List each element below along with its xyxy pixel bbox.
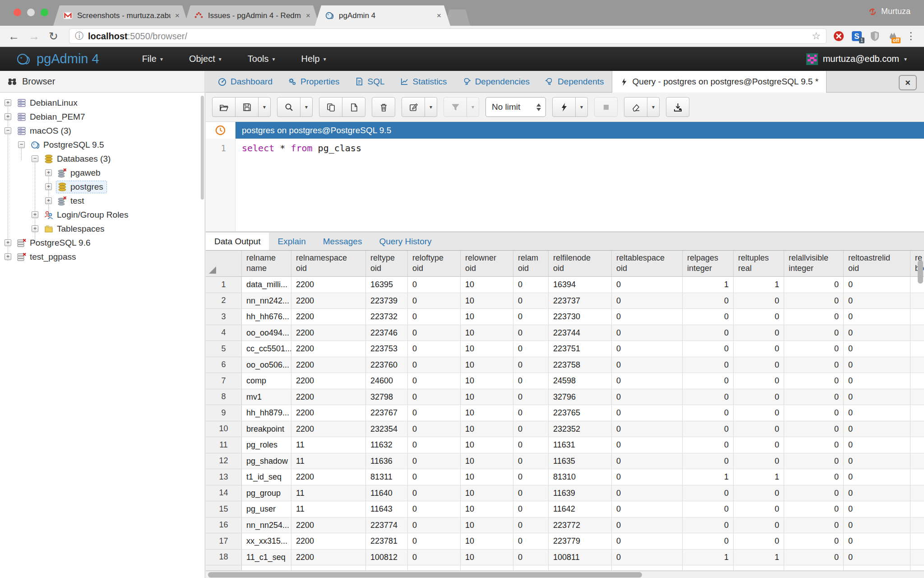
cell-relowner[interactable]: 10 — [461, 373, 513, 389]
cell-relnamespace[interactable]: 2200 — [291, 469, 366, 485]
cell-relpages[interactable]: 0 — [683, 325, 734, 341]
off-extension-icon[interactable]: off — [887, 30, 899, 42]
cell-relam[interactable]: 0 — [513, 373, 549, 389]
cell-relpages[interactable]: 0 — [683, 405, 734, 421]
tab-data-output[interactable]: Data Output — [206, 233, 269, 250]
tree-item-debianlinux[interactable]: +DebianLinux — [0, 96, 205, 110]
cell-relfilenode[interactable]: 11635 — [549, 453, 612, 470]
expand-icon[interactable]: + — [45, 197, 52, 204]
cell-reltablespace[interactable]: 0 — [612, 373, 683, 389]
row-number-cell[interactable]: 16 — [206, 517, 242, 534]
cell-relfilenode[interactable]: 223737 — [549, 293, 612, 309]
tree-item-pgaweb[interactable]: +pgaweb — [0, 166, 205, 180]
cell-relfilenode[interactable]: 81310 — [549, 469, 612, 485]
cell-relallvisible[interactable]: 0 — [784, 437, 844, 453]
clear-button[interactable] — [624, 97, 647, 117]
cell-relam[interactable]: 0 — [513, 469, 549, 485]
browser-tab-2[interactable]: Issues - pgAdmin 4 - Redmine× — [184, 5, 319, 26]
cell-relam[interactable]: 0 — [513, 405, 549, 421]
cell-relallvisible[interactable]: 0 — [784, 533, 844, 550]
cell-relam[interactable]: 0 — [513, 357, 549, 373]
cell-reltype[interactable]: 11632 — [366, 437, 408, 453]
execute-button[interactable] — [552, 97, 576, 117]
download-button[interactable] — [666, 97, 689, 117]
expand-icon[interactable]: + — [32, 225, 38, 232]
cell-reltablespace[interactable]: 0 — [612, 357, 683, 373]
cell-relfilenode[interactable]: 223751 — [549, 341, 612, 357]
row-number-cell[interactable]: 8 — [206, 389, 242, 406]
column-header-relfilenode[interactable]: relfilenodeoid — [549, 251, 612, 277]
cell-relnamespace[interactable]: 11 — [291, 437, 366, 453]
tree-item-postgresql-9-6[interactable]: +PostgreSQL 9.6 — [0, 236, 205, 250]
cell-reltype[interactable]: 24600 — [366, 373, 408, 389]
row-number-cell[interactable]: 3 — [206, 309, 242, 325]
cell-relfilenode[interactable]: 223772 — [549, 517, 612, 534]
tree-node[interactable]: Login/Group Roles — [42, 209, 132, 221]
execute-menu-button[interactable]: ▾ — [575, 97, 588, 117]
cell-re[interactable] — [910, 341, 924, 357]
cell-relowner[interactable]: 10 — [461, 469, 513, 485]
cell-reloftype[interactable]: 0 — [408, 277, 461, 293]
tree-node[interactable]: Tablespaces — [42, 223, 108, 235]
cell-relam[interactable]: 0 — [513, 550, 549, 566]
cell-re[interactable] — [910, 437, 924, 453]
cell-relam[interactable]: 0 — [513, 325, 549, 341]
cell-relpages[interactable]: 0 — [683, 293, 734, 309]
tree-node[interactable]: DebianLinux — [15, 97, 81, 109]
cell-reltablespace[interactable]: 0 — [612, 309, 683, 325]
menu-object[interactable]: Object▾ — [176, 54, 235, 64]
cell-relfilenode[interactable]: 223758 — [549, 357, 612, 373]
cell-relowner[interactable]: 10 — [461, 405, 513, 421]
cell-reltype[interactable]: 223739 — [366, 293, 408, 309]
cell-relallvisible[interactable]: 0 — [784, 517, 844, 534]
tree-node[interactable]: macOS (3) — [15, 125, 75, 137]
cell-relallvisible[interactable]: 0 — [784, 309, 844, 325]
cell-relfilenode[interactable]: 24598 — [549, 373, 612, 389]
menu-tools[interactable]: Tools▾ — [235, 54, 288, 64]
cell-relpages[interactable]: 0 — [683, 437, 734, 453]
cell-reltoastrelid[interactable]: 0 — [844, 437, 910, 453]
cell-relam[interactable]: 0 — [513, 389, 549, 406]
edit-button[interactable] — [402, 97, 425, 117]
tab-dashboard[interactable]: Dashboard — [210, 71, 280, 92]
column-header-reltuples[interactable]: reltuplesreal — [734, 251, 784, 277]
cell-relnamespace[interactable]: 2200 — [291, 341, 366, 357]
cell-relname[interactable]: 11_c1_seq — [242, 550, 291, 566]
cell-reltablespace[interactable]: 0 — [612, 389, 683, 406]
cell-reltoastrelid[interactable]: 0 — [844, 405, 910, 421]
browser-tab-3[interactable]: pgAdmin 4× — [315, 5, 450, 26]
cell-relname[interactable]: breakpoint — [242, 421, 291, 438]
reload-button[interactable]: ↻ — [49, 31, 58, 42]
s-extension-icon[interactable]: S1 — [851, 30, 863, 42]
cell-relowner[interactable]: 10 — [461, 453, 513, 470]
cell-relnamespace[interactable]: 11 — [291, 453, 366, 470]
cell-relnamespace[interactable]: 2200 — [291, 357, 366, 373]
row-number-cell[interactable]: 7 — [206, 373, 242, 389]
grid-hscroll-thumb[interactable] — [208, 572, 642, 578]
cell-relpages[interactable]: 0 — [683, 389, 734, 406]
cell-relname[interactable]: xx_xx315... — [242, 533, 291, 550]
cell-relnamespace[interactable]: 2200 — [291, 517, 366, 534]
close-window-button[interactable] — [14, 9, 21, 16]
tree-item-tablespaces[interactable]: +Tablespaces — [0, 222, 205, 236]
cell-reloftype[interactable]: 0 — [408, 501, 461, 517]
column-header-relname[interactable]: relnamename — [242, 251, 291, 277]
cell-reloftype[interactable]: 0 — [408, 517, 461, 534]
tree-node[interactable]: pgaweb — [56, 167, 104, 179]
collapse-icon[interactable]: − — [32, 155, 38, 162]
cell-relallvisible[interactable]: 0 — [784, 325, 844, 341]
column-header-relam[interactable]: relamoid — [513, 251, 549, 277]
browser-profile[interactable]: Murtuza — [868, 7, 910, 16]
cell-reltuples[interactable]: 0 — [734, 373, 784, 389]
cell-re[interactable] — [910, 389, 924, 406]
menu-file[interactable]: File▾ — [129, 54, 176, 64]
cell-relowner[interactable]: 10 — [461, 533, 513, 550]
sql-editor[interactable]: 1 select * from pg_class — [206, 139, 924, 231]
cell-relam[interactable]: 0 — [513, 341, 549, 357]
expand-icon[interactable]: + — [45, 169, 52, 176]
select-all-corner-cell[interactable] — [206, 251, 242, 277]
cell-relowner[interactable]: 10 — [461, 501, 513, 517]
cell-re[interactable] — [910, 501, 924, 517]
cell-relowner[interactable]: 10 — [461, 293, 513, 309]
cell-relnamespace[interactable]: 11 — [291, 501, 366, 517]
